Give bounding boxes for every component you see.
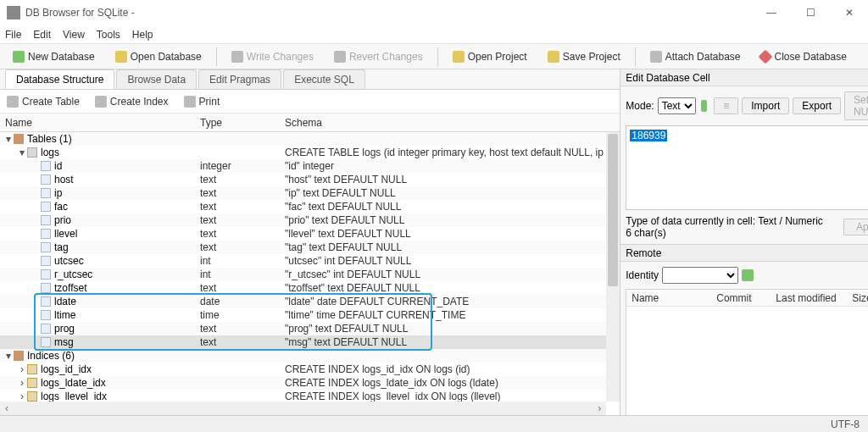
tree-row[interactable]: ldatedate"ldate" date DEFAULT CURRENT_DA… xyxy=(0,295,620,308)
identity-label: Identity xyxy=(626,269,659,281)
node-type: int xyxy=(200,255,285,267)
expand-icon[interactable]: ▾ xyxy=(17,147,27,158)
tree-row[interactable]: ▾Indices (6) xyxy=(0,349,620,363)
tree-row[interactable]: hosttext"host" text DEFAULT NULL xyxy=(0,173,620,186)
tree-row[interactable]: ›logs_ldate_idxCREATE INDEX logs_ldate_i… xyxy=(0,376,620,390)
node-schema: "tzoffset" text DEFAULT NULL xyxy=(285,282,620,294)
menu-tools[interactable]: Tools xyxy=(97,29,120,41)
tab-edit-pragmas[interactable]: Edit Pragmas xyxy=(198,69,281,89)
type-info-text: Type of data currently in cell: Text / N… xyxy=(626,215,823,227)
node-schema: CREATE INDEX logs_id_idx ON logs (id) xyxy=(285,363,620,375)
cell-editor[interactable]: 186939 xyxy=(626,125,868,210)
expand-icon[interactable]: › xyxy=(17,363,27,375)
print-button[interactable]: Print xyxy=(184,96,220,108)
scroll-right-arrow[interactable]: › xyxy=(593,402,606,414)
revert-changes-button: Revert Changes xyxy=(326,47,431,66)
vertical-scrollbar[interactable] xyxy=(606,132,620,402)
identity-select[interactable] xyxy=(662,267,738,284)
node-name: ltime xyxy=(54,309,75,321)
expand-icon[interactable]: › xyxy=(17,377,27,389)
maximize-button[interactable]: ☐ xyxy=(798,7,822,19)
menu-edit[interactable]: Edit xyxy=(33,29,51,41)
remote-col-size[interactable]: Size xyxy=(847,292,868,304)
tab-database-structure[interactable]: Database Structure xyxy=(5,69,114,89)
tree-row[interactable]: tzoffsettext"tzoffset" text DEFAULT NULL xyxy=(0,281,620,295)
export-button[interactable]: Export xyxy=(793,97,841,114)
main-tabs: Database Structure Browse Data Edit Prag… xyxy=(0,69,620,90)
node-name: prog xyxy=(54,323,75,335)
column-icon xyxy=(41,324,51,334)
tree-row[interactable]: factext"fac" text DEFAULT NULL xyxy=(0,200,620,213)
menu-file[interactable]: File xyxy=(5,29,21,41)
structure-tree[interactable]: ▾Tables (1)▾logsCREATE TABLE logs (id in… xyxy=(0,132,620,415)
column-icon xyxy=(41,242,51,252)
tree-headers: Name Type Schema xyxy=(0,114,620,132)
node-type: text xyxy=(200,282,285,294)
right-pane: Edit Database Cell ▣✕ Mode: Text ≡ Impor… xyxy=(620,69,868,415)
apply-button: Apply xyxy=(843,219,868,235)
refresh-icon[interactable] xyxy=(742,269,754,281)
style-button: ≡ xyxy=(714,97,738,114)
tree-row[interactable]: idinteger"id" integer xyxy=(0,159,620,173)
column-icon xyxy=(41,229,51,239)
close-database-button[interactable]: Close Database xyxy=(753,47,854,66)
scroll-left-arrow[interactable]: ‹ xyxy=(0,402,14,414)
tree-row[interactable]: progtext"prog" text DEFAULT NULL xyxy=(0,322,620,335)
open-database-button[interactable]: Open Database xyxy=(108,47,209,66)
format-icon[interactable] xyxy=(701,100,708,112)
folder-icon xyxy=(14,351,24,361)
tree-row[interactable]: r_utcsecint"r_utcsec" int DEFAULT NULL xyxy=(0,268,620,281)
expand-icon[interactable]: › xyxy=(17,390,27,402)
menu-view[interactable]: View xyxy=(63,29,85,41)
tree-row[interactable]: ›logs_id_idxCREATE INDEX logs_id_idx ON … xyxy=(0,363,620,376)
node-schema: "r_utcsec" int DEFAULT NULL xyxy=(285,269,620,280)
remote-title: Remote xyxy=(626,247,661,259)
node-schema: CREATE INDEX logs_ldate_idx ON logs (lda… xyxy=(285,377,620,389)
remote-col-last[interactable]: Last modified xyxy=(771,292,847,304)
toolbar-separator xyxy=(635,47,636,66)
print-icon xyxy=(184,96,196,108)
column-icon xyxy=(41,215,51,225)
horizontal-scrollbar[interactable]: ‹› xyxy=(0,402,606,415)
index-icon xyxy=(27,364,37,374)
tab-execute-sql[interactable]: Execute SQL xyxy=(283,69,365,89)
close-button[interactable]: ✕ xyxy=(837,7,861,19)
tree-row[interactable]: lleveltext"llevel" text DEFAULT NULL xyxy=(0,227,620,241)
tab-browse-data[interactable]: Browse Data xyxy=(116,69,197,89)
edit-cell-title: Edit Database Cell xyxy=(626,72,709,84)
node-type: text xyxy=(200,214,285,226)
minimize-button[interactable]: — xyxy=(760,7,783,19)
expand-icon[interactable]: ▾ xyxy=(3,133,14,145)
node-type: time xyxy=(200,309,285,321)
open-project-button[interactable]: Open Project xyxy=(445,47,535,66)
header-type[interactable]: Type xyxy=(200,117,285,129)
node-schema: "ip" text DEFAULT NULL xyxy=(285,187,620,199)
new-database-button[interactable]: New Database xyxy=(5,47,103,66)
header-schema[interactable]: Schema xyxy=(285,117,620,129)
node-name: Tables (1) xyxy=(27,133,72,145)
save-project-button[interactable]: Save Project xyxy=(540,47,628,66)
attach-database-button[interactable]: Attach Database xyxy=(643,47,748,66)
header-name[interactable]: Name xyxy=(0,117,200,129)
remote-col-name[interactable]: Name xyxy=(626,292,711,304)
node-schema: "tag" text DEFAULT NULL xyxy=(285,241,620,253)
tree-row[interactable]: iptext"ip" text DEFAULT NULL xyxy=(0,186,620,200)
node-type: text xyxy=(200,336,285,348)
tree-row[interactable]: ▾Tables (1) xyxy=(0,132,620,146)
create-table-button[interactable]: Create Table xyxy=(7,96,80,108)
scroll-thumb[interactable] xyxy=(608,134,618,286)
import-button[interactable]: Import xyxy=(742,97,789,114)
tree-row[interactable]: priotext"prio" text DEFAULT NULL xyxy=(0,213,620,227)
tree-row[interactable]: ltimetime"ltime" time DEFAULT CURRENT_TI… xyxy=(0,308,620,322)
tree-row[interactable]: ▾logsCREATE TABLE logs (id integer prima… xyxy=(0,146,620,159)
tree-row[interactable]: tagtext"tag" text DEFAULT NULL xyxy=(0,241,620,254)
tree-row[interactable]: utcsecint"utcsec" int DEFAULT NULL xyxy=(0,254,620,268)
create-index-button[interactable]: Create Index xyxy=(95,96,169,108)
menu-help[interactable]: Help xyxy=(132,29,153,41)
node-name: ip xyxy=(54,187,62,199)
remote-grid[interactable]: Name Commit Last modified Size xyxy=(626,289,868,415)
tree-row[interactable]: msgtext"msg" text DEFAULT NULL xyxy=(0,335,620,349)
expand-icon[interactable]: ▾ xyxy=(3,350,14,362)
mode-select[interactable]: Text xyxy=(658,97,696,114)
remote-col-commit[interactable]: Commit xyxy=(711,292,771,304)
